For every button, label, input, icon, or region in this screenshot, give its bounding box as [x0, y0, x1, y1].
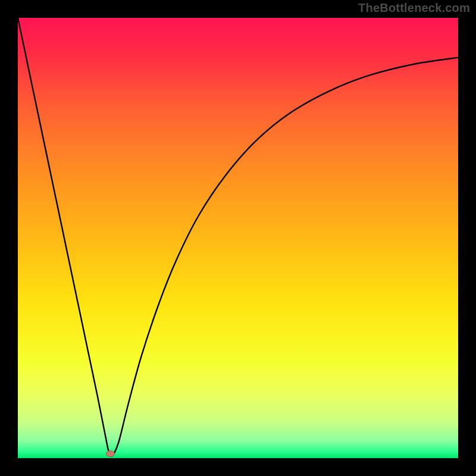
- gradient-rect: [18, 18, 458, 458]
- plot-area: [18, 18, 458, 458]
- chart-frame: TheBottleneck.com: [0, 0, 476, 476]
- minimum-marker: [106, 451, 114, 457]
- watermark-label: TheBottleneck.com: [358, 1, 470, 15]
- bottleneck-chart: [18, 18, 458, 458]
